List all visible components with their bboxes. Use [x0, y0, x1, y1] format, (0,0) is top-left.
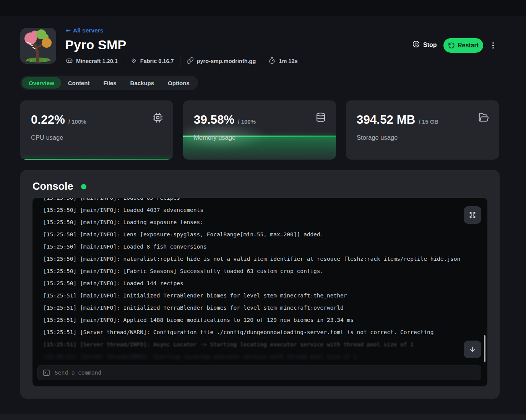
expand-arrows-icon: [468, 211, 477, 219]
folder-open-icon: [478, 112, 489, 125]
console-card: Console [15:25:50] [main/INFO]: Loaded 6…: [20, 170, 500, 399]
console-log-line: [15:25:50] [main/INFO]: Loading exposure…: [43, 216, 487, 228]
arrow-down-icon: [468, 345, 477, 354]
console-log-line: [15:25:51] [main/INFO]: Initialized Terr…: [43, 289, 487, 302]
meta-divider: [180, 56, 180, 66]
cpu-usage-value: 0.22%: [31, 113, 65, 127]
storage-usage-label: Storage usage: [357, 134, 398, 141]
cpu-usage-graph: [20, 100, 173, 160]
scroll-to-bottom-button[interactable]: [464, 341, 481, 358]
terminal-prompt-icon: [42, 369, 50, 377]
top-background-band: [0, 0, 526, 16]
console-log-line: [15:25:51] [Server thread/WARN]: Configu…: [43, 326, 487, 338]
more-options-kebab-icon[interactable]: [490, 40, 496, 50]
bottom-background-band: [0, 414, 526, 420]
console-log-line: [15:25:50] [main/INFO]: Loaded 8 fish co…: [43, 241, 487, 253]
console-expand-button[interactable]: [464, 206, 481, 224]
cpu-usage-card: 0.22% / 100% CPU usage: [20, 100, 173, 160]
server-meta-row: Minecraft 1.20.1 Fabric 0.16.7 pyro-smp.…: [66, 56, 298, 66]
fabric-loader-icon: [130, 57, 137, 65]
server-tabs: Overview Content Files Backups Options: [20, 76, 198, 90]
cpu-usage-label: CPU usage: [31, 134, 63, 141]
cpu-chip-icon: [152, 112, 164, 125]
meta-address[interactable]: pyro-smp.modrinth.gg: [187, 57, 256, 65]
tab-overview[interactable]: Overview: [22, 77, 61, 89]
online-status-dot: [81, 184, 86, 189]
database-icon: [315, 112, 326, 125]
meta-divider: [124, 56, 124, 66]
console-log-line: [15:25:51] [Server thread/INFO]: Startin…: [43, 351, 487, 363]
memory-usage-label: Memory usage: [194, 134, 235, 141]
memory-usage-graph: [183, 100, 336, 160]
memory-usage-max: / 100%: [238, 118, 256, 125]
back-link-label: All servers: [73, 27, 103, 34]
storage-usage-card: 394.52 MB / 15 GB Storage usage: [346, 100, 499, 160]
console-log-line: [15:25:51] [main/INFO]: Initialized Terr…: [43, 302, 487, 314]
console-terminal: [15:25:50] [main/INFO]: Loaded 65 recipe…: [32, 198, 487, 386]
tab-backups[interactable]: Backups: [123, 77, 161, 89]
storage-usage-value: 394.52 MB: [357, 113, 415, 127]
back-to-all-servers-link[interactable]: ← All servers: [66, 27, 103, 34]
meta-loader-label: Fabric 0.16.7: [140, 58, 174, 64]
seasons-tree-icon: [20, 58, 56, 64]
console-log-line: [15:25:50] [main/INFO]: Loaded 4037 adva…: [43, 204, 487, 216]
restart-icon: [448, 42, 455, 49]
gamepad-icon: [66, 57, 73, 65]
meta-uptime-label: 1m 12s: [279, 58, 297, 64]
console-log-line: [15:25:51] [main/INFO]: Applied 1488 bio…: [43, 314, 487, 326]
console-log[interactable]: [15:25:50] [main/INFO]: Loaded 65 recipe…: [32, 198, 487, 365]
console-log-line: [15:25:50] [main/INFO]: naturalist:repti…: [43, 253, 487, 265]
back-arrow-icon: ←: [66, 27, 71, 34]
meta-loader: Fabric 0.16.7: [130, 57, 174, 65]
console-log-line: [15:25:50] [main/INFO]: [Fabric Seasons]…: [43, 265, 487, 277]
memory-usage-value: 39.58%: [194, 113, 234, 127]
page-title: Pyro SMP: [65, 37, 126, 52]
console-log-line: [15:25:50] [main/INFO]: Loaded 144 recip…: [43, 277, 487, 289]
tab-options[interactable]: Options: [161, 77, 196, 89]
console-log-line: [15:25:50] [main/INFO]: Lens [exposure:s…: [43, 228, 487, 241]
restart-button-label: Restart: [458, 42, 479, 49]
command-input[interactable]: [55, 370, 476, 376]
console-title: Console: [32, 181, 73, 192]
stopwatch-icon: [268, 57, 276, 65]
stop-button[interactable]: Stop: [412, 40, 437, 50]
meta-divider: [262, 56, 262, 66]
link-icon: [187, 57, 194, 65]
meta-address-label: pyro-smp.modrinth.gg: [197, 58, 256, 64]
command-bar: [37, 365, 481, 380]
server-avatar: [20, 28, 56, 64]
restart-button[interactable]: Restart: [443, 38, 483, 53]
storage-usage-max: / 15 GB: [419, 118, 438, 125]
stop-circle-icon: [412, 40, 420, 50]
meta-game-version: Minecraft 1.20.1: [66, 57, 118, 65]
memory-usage-card: 39.58% / 100% Memory usage: [183, 100, 336, 160]
console-log-line: [15:25:50] [main/INFO]: Loaded 65 recipe…: [43, 198, 487, 204]
meta-game-version-label: Minecraft 1.20.1: [76, 58, 118, 64]
tab-files[interactable]: Files: [96, 77, 123, 89]
cpu-usage-max: / 100%: [68, 118, 86, 125]
meta-uptime: 1m 12s: [268, 57, 297, 65]
stop-button-label: Stop: [423, 42, 437, 48]
console-scrollbar[interactable]: [484, 335, 485, 362]
tab-content[interactable]: Content: [61, 77, 97, 89]
console-log-line: [15:25:51] [Server thread/INFO]: Async L…: [43, 338, 487, 351]
